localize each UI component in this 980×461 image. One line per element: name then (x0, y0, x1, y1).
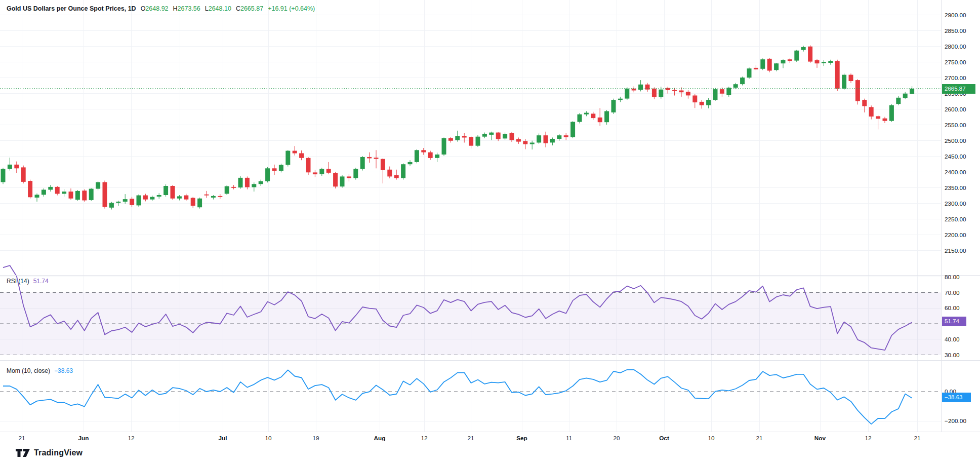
change-value: +16.91 (+0.64%) (268, 5, 315, 13)
ohlc-high: H2673.56 (173, 5, 200, 13)
candles-layer (1, 45, 915, 209)
price-axis[interactable] (942, 0, 980, 432)
ohlc-low: L2648.10 (205, 5, 231, 13)
ohlc-close: C2665.87 (236, 5, 263, 13)
chart-canvas[interactable]: 2900.002850.002800.002750.002700.002650.… (0, 0, 980, 461)
momentum-value: −38.63 (54, 367, 73, 375)
pane-separators (0, 0, 980, 432)
tradingview-wordmark: TradingView (34, 448, 83, 457)
rsi-label: RSI (14) (7, 278, 29, 285)
rsi-value: 51.74 (33, 278, 49, 285)
momentum-indicator-legend[interactable]: Mom (10, close) −38.63 (7, 367, 73, 375)
time-axis[interactable] (0, 432, 980, 443)
symbol-title: Gold US Dollars per Ounce Spot Prices, 1… (7, 5, 136, 13)
chart-window: 2900.002850.002800.002750.002700.002650.… (0, 0, 980, 461)
symbol-legend[interactable]: Gold US Dollars per Ounce Spot Prices, 1… (7, 5, 315, 13)
tradingview-logo-icon (15, 448, 30, 458)
grid-layer (0, 0, 941, 432)
tradingview-attribution[interactable]: TradingView (15, 448, 83, 458)
rsi-indicator-legend[interactable]: RSI (14) 51.74 (7, 278, 49, 285)
momentum-line (3, 370, 912, 424)
momentum-label: Mom (10, close) (7, 367, 50, 375)
ohlc-open: O2648.92 (141, 5, 169, 13)
